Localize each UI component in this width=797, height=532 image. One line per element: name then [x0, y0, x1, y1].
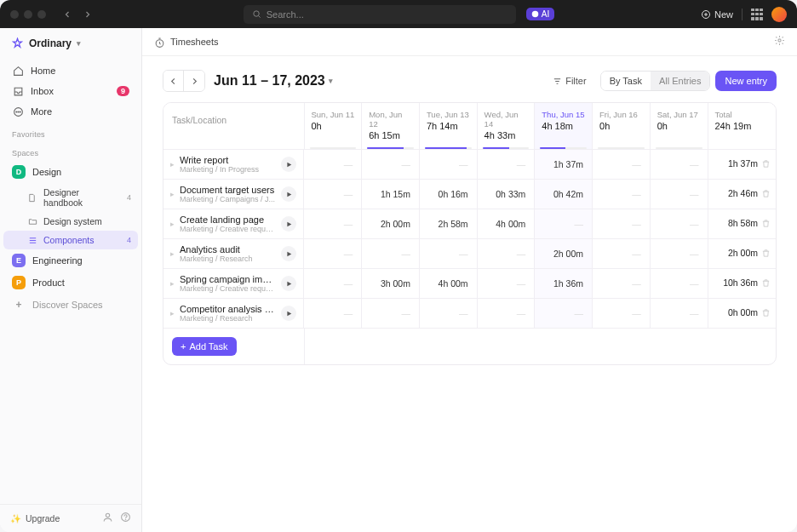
time-cell[interactable]: — — [477, 299, 535, 329]
time-cell[interactable]: 0h 33m — [477, 180, 535, 209]
play-button[interactable] — [281, 186, 296, 202]
filter-button[interactable]: Filter — [544, 71, 594, 91]
time-cell[interactable]: — — [650, 180, 708, 209]
task-title[interactable]: Competitor analysis doc — [180, 304, 276, 314]
next-week-button[interactable] — [184, 71, 204, 91]
time-cell[interactable]: — — [304, 299, 362, 329]
time-cell[interactable]: — — [477, 269, 535, 299]
date-range-picker[interactable]: Jun 11 – 17, 2023 ▾ — [214, 73, 333, 89]
nav-back-button[interactable] — [58, 5, 77, 24]
nav-more[interactable]: More — [5, 101, 136, 122]
delete-icon[interactable] — [761, 309, 771, 319]
task-title[interactable]: Create landing page — [180, 215, 276, 225]
person-icon[interactable] — [102, 512, 113, 525]
time-cell[interactable]: — — [593, 299, 651, 329]
time-cell[interactable]: — — [593, 150, 651, 180]
time-cell[interactable]: — — [362, 150, 420, 180]
space-engineering[interactable]: EEngineering — [3, 249, 138, 272]
time-cell[interactable]: 1h 15m — [362, 180, 420, 209]
play-button[interactable] — [281, 246, 296, 261]
time-cell[interactable]: — — [593, 209, 651, 239]
settings-icon[interactable] — [774, 34, 785, 49]
expand-icon[interactable]: ▸ — [170, 279, 175, 288]
expand-icon[interactable]: ▸ — [170, 249, 175, 258]
time-cell[interactable]: — — [650, 209, 708, 239]
discover-spaces[interactable]: +Discover Spaces — [3, 294, 138, 316]
expand-icon[interactable]: ▸ — [170, 309, 175, 317]
time-cell[interactable]: — — [362, 239, 420, 269]
time-cell[interactable]: — — [535, 209, 593, 239]
upgrade-button[interactable]: ✨Upgrade — [10, 513, 60, 524]
task-title[interactable]: Write report — [180, 155, 276, 165]
new-button[interactable]: New — [701, 9, 733, 20]
time-cell[interactable]: 0h 42m — [535, 180, 593, 209]
time-cell[interactable]: 4h 00m — [419, 269, 477, 299]
by-task-tab[interactable]: By Task — [601, 72, 651, 90]
time-cell[interactable]: — — [593, 269, 651, 299]
time-cell[interactable]: 0h 16m — [419, 180, 477, 209]
space-product[interactable]: PProduct — [3, 272, 138, 294]
time-cell[interactable]: 2h 58m — [419, 209, 477, 239]
time-cell[interactable]: 1h 37m — [535, 150, 593, 180]
ai-button[interactable]: AI — [526, 8, 554, 20]
apps-grid-icon[interactable] — [751, 9, 763, 20]
delete-icon[interactable] — [761, 279, 771, 289]
workspace-selector[interactable]: Ordinary ▾ — [0, 28, 141, 59]
help-icon[interactable] — [120, 512, 131, 525]
add-task-button[interactable]: + Add Task — [172, 337, 237, 356]
expand-icon[interactable]: ▸ — [170, 190, 175, 198]
maximize-window[interactable] — [37, 10, 46, 19]
expand-icon[interactable]: ▸ — [170, 160, 175, 169]
time-cell[interactable]: — — [304, 180, 362, 209]
task-title[interactable]: Spring campaign imag... — [180, 274, 276, 284]
time-cell[interactable]: 2h 00m — [362, 209, 420, 239]
time-cell[interactable]: — — [419, 239, 477, 269]
nav-forward-button[interactable] — [78, 5, 97, 24]
time-cell[interactable]: — — [477, 150, 535, 180]
time-cell[interactable]: — — [419, 150, 477, 180]
sidebar-item-design-system[interactable]: Design system — [3, 212, 138, 231]
delete-icon[interactable] — [761, 190, 771, 200]
time-cell[interactable]: — — [304, 269, 362, 299]
prev-week-button[interactable] — [163, 71, 184, 91]
play-button[interactable] — [281, 306, 296, 321]
delete-icon[interactable] — [761, 249, 771, 260]
time-cell[interactable]: — — [477, 239, 535, 269]
sidebar-item-designer-handbook[interactable]: Designer handbook4 — [3, 183, 138, 212]
search-input[interactable]: Search... — [244, 5, 516, 24]
time-cell[interactable]: — — [535, 299, 593, 329]
nav-inbox[interactable]: Inbox9 — [5, 81, 136, 101]
time-cell[interactable]: 2h 00m — [535, 239, 593, 269]
time-cell[interactable]: — — [304, 150, 362, 180]
time-cell[interactable]: — — [593, 180, 651, 209]
all-entries-tab[interactable]: All Entries — [651, 72, 710, 90]
time-cell[interactable]: — — [593, 239, 651, 269]
time-cell[interactable]: — — [419, 299, 477, 329]
nav-home[interactable]: Home — [5, 60, 136, 81]
time-cell[interactable]: — — [304, 239, 362, 269]
sidebar-item-components[interactable]: Components4 — [3, 231, 138, 249]
space-design[interactable]: DDesign — [3, 161, 138, 183]
delete-icon[interactable] — [761, 220, 771, 230]
expand-icon[interactable]: ▸ — [170, 220, 175, 228]
time-cell[interactable]: — — [650, 299, 708, 329]
time-cell[interactable]: 1h 36m — [535, 269, 593, 299]
time-cell[interactable]: — — [650, 239, 708, 269]
play-button[interactable] — [281, 276, 296, 291]
time-cell[interactable]: — — [650, 150, 708, 180]
time-cell[interactable]: 4h 00m — [477, 209, 535, 239]
close-window[interactable] — [10, 10, 19, 19]
time-cell[interactable]: 3h 00m — [362, 269, 420, 299]
play-button[interactable] — [281, 157, 296, 172]
delete-icon[interactable] — [761, 160, 771, 170]
time-cell[interactable]: — — [362, 299, 420, 329]
task-title[interactable]: Analytics audit — [180, 244, 276, 255]
task-title[interactable]: Document target users — [180, 185, 276, 195]
play-button[interactable] — [281, 216, 296, 232]
new-entry-button[interactable]: New entry — [715, 71, 777, 91]
time-cell[interactable]: — — [304, 209, 362, 239]
breadcrumb[interactable]: Timesheets — [170, 37, 218, 47]
minimize-window[interactable] — [24, 10, 32, 19]
time-cell[interactable]: — — [650, 269, 708, 299]
user-avatar[interactable] — [771, 7, 787, 22]
